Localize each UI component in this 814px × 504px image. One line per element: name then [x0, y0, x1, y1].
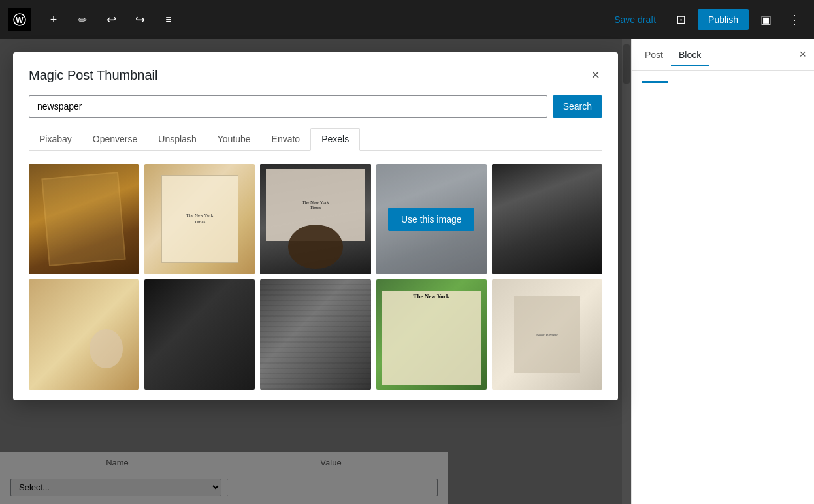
tab-youtube[interactable]: Youtube [207, 128, 261, 151]
image-card-1[interactable]: Use this image [29, 164, 139, 274]
search-row: Search [29, 95, 602, 118]
add-block-button[interactable]: + [42, 8, 65, 31]
tab-envato[interactable]: Envato [261, 128, 311, 151]
image-grid: Use this image The New YorkTimes [29, 164, 602, 390]
tab-openverse[interactable]: Openverse [82, 128, 148, 151]
toolbar: W + ✏ ↩ ↪ ≡ Save draft ⊡ Publish ▣ ⋮ [0, 0, 814, 39]
list-view-button[interactable]: ≡ [157, 8, 180, 31]
image-4-overlay: Use this image [376, 164, 487, 274]
modal-close-button[interactable]: × [589, 65, 602, 85]
image-card-8[interactable]: Use this image [260, 279, 370, 390]
redo-button[interactable]: ↪ [128, 8, 152, 31]
image-card-4[interactable]: Use this image [376, 164, 487, 274]
more-options-button[interactable]: ⋮ [783, 8, 806, 31]
main-area: Magic Post Thumbnail × Search Pixabay Op… [0, 39, 814, 504]
view-button[interactable]: ⊡ [669, 8, 692, 31]
use-image-6-button[interactable]: Use this image [41, 323, 127, 347]
svg-text:W: W [16, 16, 24, 25]
tab-block[interactable]: Block [671, 44, 709, 65]
image-card-9[interactable]: The New York Use this image [376, 279, 487, 390]
undo-button[interactable]: ↩ [99, 8, 123, 31]
tools-button[interactable]: ✏ [71, 8, 94, 31]
publish-button[interactable]: Publish [698, 9, 749, 30]
sidebar-close-button[interactable]: × [796, 45, 809, 64]
save-draft-button[interactable]: Save draft [606, 10, 664, 29]
modal-body: Search Pixabay Openverse Unsplash Youtub… [13, 95, 618, 400]
use-image-10-button[interactable]: Use this image [504, 323, 591, 347]
magic-thumbnail-modal: Magic Post Thumbnail × Search Pixabay Op… [13, 52, 618, 400]
modal-title: Magic Post Thumbnail [29, 68, 158, 83]
tab-pexels[interactable]: Pexels [310, 128, 360, 151]
use-image-4-button[interactable]: Use this image [388, 208, 475, 231]
right-sidebar: Post Block × [631, 39, 814, 504]
use-image-3-button[interactable]: Use this image [272, 208, 359, 231]
image-card-2[interactable]: The New YorkTimes Use this image [144, 164, 255, 274]
tab-pixabay[interactable]: Pixabay [29, 128, 82, 151]
image-card-10[interactable]: Book Review Use this image [492, 279, 602, 390]
image-card-3[interactable]: The New YorkTimes Use this image [260, 164, 370, 274]
image-card-5[interactable]: Use this image [492, 164, 602, 274]
editor-area: Magic Post Thumbnail × Search Pixabay Op… [0, 39, 631, 504]
search-input[interactable] [29, 95, 547, 118]
use-image-1-button[interactable]: Use this image [41, 208, 127, 231]
wp-logo-icon: W [8, 8, 31, 31]
search-button[interactable]: Search [553, 95, 602, 118]
tab-unsplash[interactable]: Unsplash [148, 128, 206, 151]
modal-overlay: Magic Post Thumbnail × Search Pixabay Op… [0, 39, 631, 504]
use-image-5-button[interactable]: Use this image [504, 208, 591, 231]
source-tabs: Pixabay Openverse Unsplash Youtube Envat… [29, 128, 602, 151]
sidebar-content [632, 71, 814, 504]
use-image-9-button[interactable]: Use this image [388, 323, 475, 347]
modal-header: Magic Post Thumbnail × [13, 52, 618, 95]
use-image-8-button[interactable]: Use this image [272, 323, 359, 347]
sidebar-tab-bar: Post Block × [632, 39, 814, 71]
tab-post[interactable]: Post [637, 44, 671, 65]
use-image-2-button[interactable]: Use this image [156, 208, 243, 231]
sidebar-toggle-button[interactable]: ▣ [754, 8, 777, 31]
image-card-6[interactable]: Use this image [29, 279, 139, 390]
image-card-7[interactable]: Use this image [144, 279, 255, 390]
active-indicator [642, 81, 668, 83]
use-image-7-button[interactable]: Use this image [156, 323, 243, 347]
